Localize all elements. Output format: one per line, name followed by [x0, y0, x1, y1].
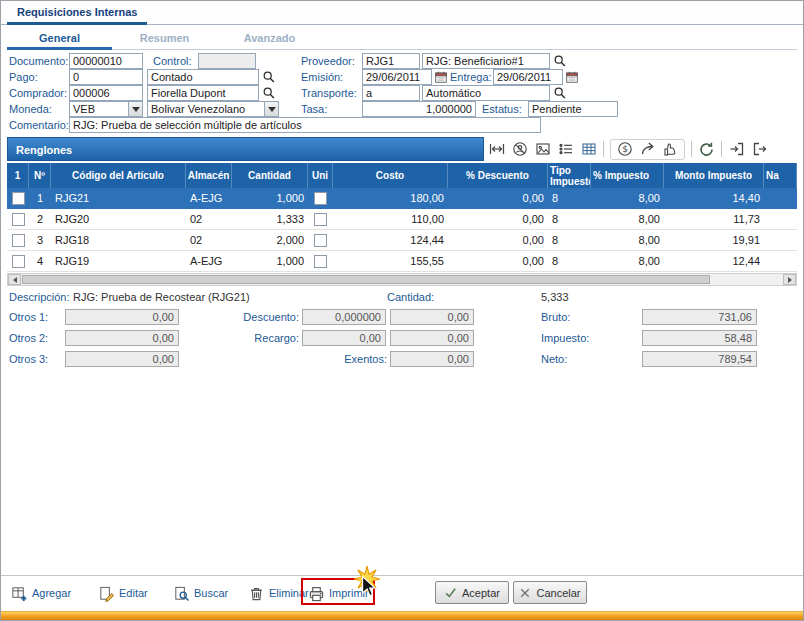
- image-icon[interactable]: [534, 141, 551, 158]
- eliminar-button[interactable]: Eliminar: [248, 583, 309, 603]
- tab-requisiciones-internas[interactable]: Requisiciones Internas: [7, 3, 147, 25]
- cell-uni[interactable]: [308, 192, 333, 205]
- transporte-field[interactable]: a: [362, 85, 420, 101]
- pago-desc-field[interactable]: Contado: [147, 69, 259, 85]
- moneda-select[interactable]: VEB: [69, 101, 143, 117]
- forward-icon[interactable]: [639, 141, 656, 158]
- exentos-field: 0,00: [390, 351, 474, 367]
- tab-general[interactable]: General: [7, 30, 112, 50]
- pago-search-icon[interactable]: [261, 69, 276, 85]
- scrollbar-thumb[interactable]: [22, 275, 710, 284]
- buscar-button[interactable]: Buscar: [173, 583, 228, 603]
- proveedor-search-icon[interactable]: [552, 53, 567, 69]
- horizontal-scrollbar[interactable]: [7, 273, 797, 286]
- cell-pct-impuesto: 8,00: [591, 213, 664, 225]
- row-selector[interactable]: [7, 213, 29, 226]
- bottom-toolbar: Agregar Editar Buscar Eliminar Imprimir: [1, 575, 803, 609]
- descuento-monto-field: 0,00: [390, 309, 474, 325]
- list-icon[interactable]: [557, 141, 574, 158]
- sign-out-icon[interactable]: [751, 141, 768, 158]
- cell-cantidad: 1,000: [232, 255, 308, 267]
- fit-columns-icon[interactable]: [488, 141, 505, 158]
- cell-uni[interactable]: [308, 255, 333, 268]
- moneda-desc-value: Bolivar Venezolano: [148, 102, 264, 116]
- chevron-down-icon[interactable]: [128, 102, 142, 116]
- cell-codigo: RJG21: [51, 192, 186, 204]
- agregar-button[interactable]: Agregar: [11, 583, 71, 603]
- cell-descuento: 0,00: [448, 234, 548, 246]
- comprador-field[interactable]: 000006: [69, 85, 143, 101]
- column-header-almacen[interactable]: Almacén: [186, 163, 232, 188]
- entrega-field[interactable]: 29/06/2011: [493, 69, 563, 85]
- tab-resumen[interactable]: Resumen: [112, 30, 217, 50]
- moneda-desc-select[interactable]: Bolivar Venezolano: [147, 101, 279, 117]
- cell-descuento: 0,00: [448, 213, 548, 225]
- column-header-cantidad[interactable]: Cantidad: [232, 163, 308, 188]
- proveedor-field[interactable]: RJG1: [362, 53, 420, 69]
- column-header-uni[interactable]: Uni: [308, 163, 333, 188]
- comprador-search-icon[interactable]: [261, 85, 276, 101]
- cell-pct-impuesto: 8,00: [591, 234, 664, 246]
- scroll-left-button[interactable]: [8, 274, 21, 285]
- cell-almacen: A-EJG: [186, 192, 232, 204]
- estatus-field[interactable]: Pendiente: [528, 101, 618, 117]
- requisiciones-window: Requisiciones Internas General Resumen A…: [0, 0, 804, 621]
- row-selector[interactable]: [7, 234, 29, 247]
- table-row[interactable]: 2 RJG20 02 1,333 110,00 0,00 8 8,00 11,7…: [7, 209, 797, 230]
- proveedor-desc-field[interactable]: RJG: Beneficiario#1: [422, 53, 550, 69]
- table-row[interactable]: 1 RJG21 A-EJG 1,000 180,00 0,00 8 8,00 1…: [7, 188, 797, 209]
- cancelar-button[interactable]: Cancelar: [513, 581, 587, 604]
- refresh-icon[interactable]: [698, 141, 715, 158]
- entrega-calendar-icon[interactable]: [564, 69, 579, 85]
- column-header-codigo[interactable]: Código del Artículo: [51, 163, 186, 188]
- tab-avanzado[interactable]: Avanzado: [217, 30, 322, 50]
- column-header-monto-impuesto[interactable]: Monto Impuesto: [664, 163, 764, 188]
- column-header-costo[interactable]: Costo: [333, 163, 448, 188]
- table-grid-icon[interactable]: [580, 141, 597, 158]
- approve-icon[interactable]: [662, 141, 679, 158]
- bruto-field: 731,06: [642, 309, 757, 325]
- scroll-right-button[interactable]: [783, 274, 796, 285]
- cell-uni[interactable]: [308, 234, 333, 247]
- row-number: 2: [29, 213, 51, 225]
- column-header-tipo-impuesto[interactable]: Tipo Impuesto: [548, 163, 591, 188]
- documento-field[interactable]: 00000010: [69, 53, 143, 69]
- column-header-selector[interactable]: 1: [7, 163, 29, 188]
- cell-descuento: 0,00: [448, 255, 548, 267]
- tasa-field[interactable]: 1,000000: [362, 101, 476, 117]
- emision-label: Emisión:: [301, 71, 343, 83]
- transporte-desc-field[interactable]: Automático: [422, 85, 550, 101]
- row-selector[interactable]: [7, 255, 29, 268]
- control-field[interactable]: [198, 53, 256, 69]
- column-header-pct-impuesto[interactable]: % Impuesto: [591, 163, 664, 188]
- editar-button[interactable]: Editar: [98, 583, 148, 603]
- cell-uni[interactable]: [308, 213, 333, 226]
- row-selector[interactable]: [7, 192, 29, 205]
- agregar-label: Agregar: [32, 587, 71, 599]
- table-row[interactable]: 3 RJG18 02 2,000 124,44 0,00 8 8,00 19,9…: [7, 230, 797, 251]
- comentario-field[interactable]: RJG: Prueba de selección múltiple de art…: [69, 117, 541, 133]
- emision-calendar-icon[interactable]: [433, 69, 448, 85]
- cell-monto-impuesto: 11,73: [664, 213, 764, 225]
- comprador-desc-field[interactable]: Fiorella Dupont: [147, 85, 259, 101]
- table-row[interactable]: 4 RJG19 A-EJG 1,000 155,55 0,00 8 8,00 1…: [7, 251, 797, 272]
- pago-label: Pago:: [9, 71, 38, 83]
- column-header-na[interactable]: Na: [764, 163, 797, 188]
- column-header-n[interactable]: Nº: [29, 163, 51, 188]
- emision-field[interactable]: 29/06/2011: [362, 69, 432, 85]
- chevron-down-icon[interactable]: [264, 102, 278, 116]
- dollar-icon[interactable]: $: [616, 141, 633, 158]
- otros1-label: Otros 1:: [9, 311, 48, 323]
- cell-codigo: RJG20: [51, 213, 186, 225]
- column-header-descuento[interactable]: % Descuento: [448, 163, 548, 188]
- recargo-label: Recargo:: [234, 332, 299, 344]
- pago-field[interactable]: 0: [69, 69, 143, 85]
- aceptar-button[interactable]: Aceptar: [435, 581, 509, 604]
- cantidad-total-value: 5,333: [541, 291, 569, 303]
- transporte-search-icon[interactable]: [552, 85, 567, 101]
- no-user-icon[interactable]: [511, 141, 528, 158]
- proveedor-label: Proveedor:: [301, 55, 355, 67]
- comentario-label: Comentario:: [9, 119, 69, 131]
- sign-in-icon[interactable]: [728, 141, 745, 158]
- moneda-value: VEB: [70, 102, 128, 116]
